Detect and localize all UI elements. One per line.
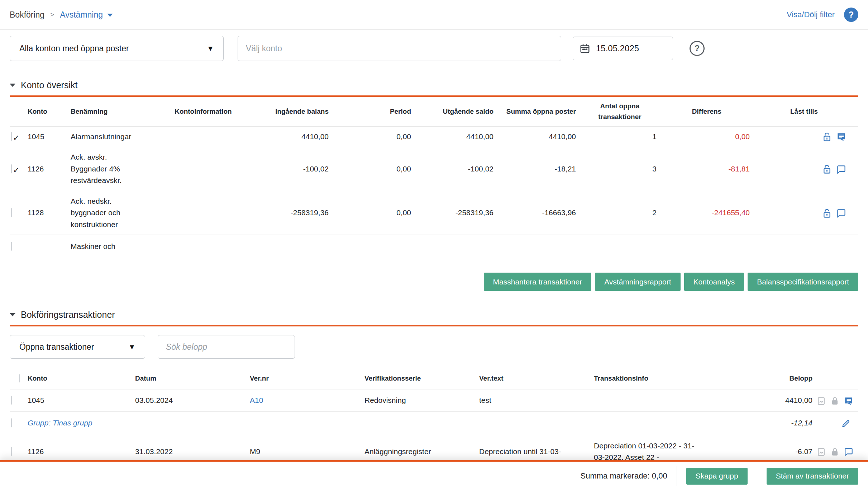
transaction-filter-select[interactable]: Öppna transaktioner ▼ [10, 335, 145, 359]
comment-outline-icon[interactable] [844, 447, 853, 457]
comment-filled-icon[interactable] [836, 132, 846, 142]
create-group-button[interactable]: Skapa grupp [686, 468, 748, 485]
transactions-header[interactable]: Bokföringstransaktioner [10, 310, 858, 320]
edit-icon[interactable] [841, 419, 850, 428]
cell-kontoinformation [158, 147, 248, 191]
date-value: 15.05.2025 [596, 43, 639, 53]
cell-serie: Redovisning [364, 390, 479, 411]
col-belopp: Belopp [723, 367, 812, 390]
table-row: 1126 Ack. avskr. Byggnader 4% restvärdea… [10, 147, 858, 191]
col-last-tills: Låst tills [750, 97, 858, 126]
transactions-table-header-row: Konto Datum Ver.nr Verifikationsserie Ve… [10, 367, 858, 390]
lock-closed-icon[interactable] [830, 396, 839, 406]
collapse-icon [10, 84, 15, 87]
cell-utgaende: -258319,36 [411, 191, 493, 235]
lock-closed-icon[interactable] [830, 447, 839, 457]
mass-handle-button[interactable]: Masshantera transaktioner [484, 273, 592, 291]
cell-period: 0,00 [329, 126, 411, 147]
col-summa-oppna-poster: Summa öppna poster [493, 97, 576, 126]
konto-actions: Masshantera transaktioner Avstämningsrap… [10, 273, 858, 291]
col-ingaende-balans: Ingående balans [248, 97, 329, 126]
transactions-title: Bokföringstransaktioner [21, 310, 115, 320]
cell-kontoinformation [158, 191, 248, 235]
caret-down-icon: ▼ [128, 343, 135, 351]
cell-belopp: 4410,00 [723, 390, 812, 411]
table-row: 1128 Ack. nedskr. byggnader och konstruk… [10, 191, 858, 235]
cell-benamning: Ack. nedskr. byggnader och konstruktione… [71, 191, 158, 235]
chevron-down-icon [107, 14, 113, 17]
col-transaktionsinfo: Transaktionsinfo [594, 367, 723, 390]
cell-serie: Anläggningsregister [364, 435, 479, 462]
comment-filled-icon[interactable] [844, 396, 853, 406]
cell-vertext: test [479, 390, 594, 411]
breadcrumb-bokforing[interactable]: Bokföring [10, 10, 44, 20]
help-icon[interactable]: ? [844, 8, 858, 22]
table-row: Grupp: Tinas grupp -12,14 [10, 411, 858, 435]
lock-open-icon[interactable] [822, 164, 832, 174]
row-checkbox[interactable] [11, 132, 12, 141]
select-all-checkbox[interactable] [19, 374, 20, 382]
transactions-controls: Öppna transaktioner ▼ [10, 335, 858, 359]
cell-differens: -81,81 [664, 147, 750, 191]
reconciliation-report-button[interactable]: Avstämningsrapport [595, 273, 680, 291]
balance-spec-report-button[interactable]: Balansspecifikationsrapport [748, 273, 858, 291]
reconcile-transactions-button[interactable]: Stäm av transaktioner [767, 468, 858, 485]
cell-antal: 2 [576, 191, 664, 235]
group-link[interactable]: Grupp: Tinas grupp [28, 419, 92, 427]
cell-summa: -16663,96 [493, 191, 576, 235]
cell-konto: 1126 [28, 147, 71, 191]
breadcrumb-avstamning-dropdown[interactable]: Avstämning [60, 10, 113, 20]
cell-ingaende: 4410,00 [248, 126, 329, 147]
row-checkbox[interactable] [11, 242, 12, 251]
cell-differens: -241655,40 [664, 191, 750, 235]
cell-info [594, 390, 723, 411]
top-bar-right: Visa/Dölj filter ? [787, 8, 858, 22]
footer-divider [677, 466, 677, 486]
col-vernr: Ver.nr [250, 367, 364, 390]
konto-table-header-row: Konto Benämning Kontoinformation Ingåend… [10, 97, 858, 126]
toggle-filter-link[interactable]: Visa/Dölj filter [787, 10, 835, 19]
row-checkbox[interactable] [11, 208, 12, 217]
sum-selected-label: Summa markerade: 0,00 [581, 471, 667, 481]
cell-antal: 1 [576, 126, 664, 147]
cell-info: Depreciation 01-03-2022 - 31-03-2022, As… [594, 435, 723, 462]
col-benamning: Benämning [71, 97, 158, 126]
row-checkbox[interactable] [11, 418, 12, 427]
cell-datum: 31.03.2022 [135, 435, 250, 462]
cell-period: 0,00 [329, 147, 411, 191]
konto-oversikt-title: Konto översikt [21, 80, 77, 90]
help-outline-icon[interactable]: ? [690, 41, 705, 56]
cell-kontoinformation [158, 126, 248, 147]
konto-oversikt-header[interactable]: Konto översikt [10, 80, 858, 90]
breadcrumb-separator: > [50, 11, 54, 19]
row-checkbox[interactable] [11, 396, 12, 405]
vernr-link[interactable]: A10 [250, 396, 263, 404]
top-bar: Bokföring > Avstämning Visa/Dölj filter … [0, 0, 868, 29]
row-checkbox[interactable] [11, 447, 12, 456]
col-antal-oppna-transaktioner: Antal öppna transaktioner [576, 97, 664, 126]
amount-search-input[interactable] [158, 335, 295, 359]
filter-row: Alla konton med öppna poster ▼ 15.05.202… [10, 36, 858, 61]
account-filter-select[interactable]: Alla konton med öppna poster ▼ [10, 36, 224, 61]
document-icon[interactable] [817, 396, 826, 406]
col-datum: Datum [135, 367, 250, 390]
lock-open-icon[interactable] [822, 208, 832, 218]
cell-benamning: Maskiner och [71, 235, 158, 257]
account-search-input[interactable] [238, 36, 561, 61]
cell-konto: 1045 [28, 126, 71, 147]
lock-open-icon[interactable] [822, 132, 832, 142]
comment-outline-icon[interactable] [836, 208, 846, 218]
document-icon[interactable] [817, 447, 826, 457]
calendar-icon [580, 43, 590, 54]
caret-down-icon: ▼ [207, 44, 214, 53]
row-checkbox[interactable] [11, 164, 12, 173]
account-analysis-button[interactable]: Kontoanalys [684, 273, 744, 291]
col-utgaende-saldo: Utgående saldo [411, 97, 493, 126]
cell-konto: 1128 [28, 191, 71, 235]
date-picker[interactable]: 15.05.2025 [573, 37, 673, 60]
comment-outline-icon[interactable] [836, 165, 846, 174]
table-row: 1126 31.03.2022 M9 Anläggningsregister D… [10, 435, 858, 462]
cell-antal: 3 [576, 147, 664, 191]
cell-vernr: M9 [250, 435, 364, 462]
cell-utgaende: 4410,00 [411, 126, 493, 147]
